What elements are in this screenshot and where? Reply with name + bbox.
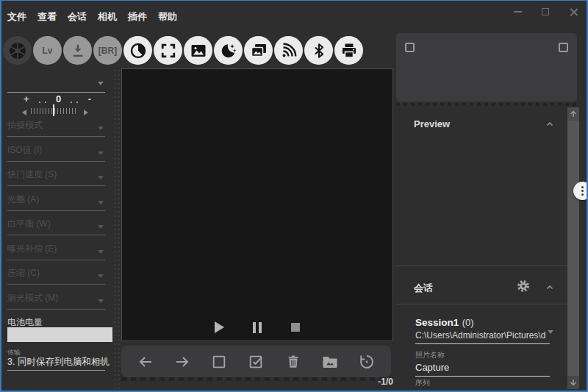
multi-capture-button[interactable] (244, 36, 273, 65)
chevron-down-icon (98, 274, 104, 278)
next-image-button[interactable] (173, 352, 192, 371)
collapse-session-icon[interactable] (545, 283, 554, 292)
session-settings-gear-icon[interactable] (516, 279, 531, 293)
focus-frame-icon (160, 43, 176, 59)
checkbox-icon[interactable] (559, 43, 568, 52)
stop-button[interactable] (290, 321, 301, 333)
scroll-up-button[interactable] (567, 107, 579, 121)
field-white-balance: 白平衡 (W) (7, 218, 105, 235)
titlebar: 文件 查看 会话 相机 插件 帮助 (1, 1, 587, 30)
session-section-title: 会话 (414, 282, 433, 295)
focus-stacking-button[interactable] (154, 36, 182, 65)
ruler-right-arrow-icon (84, 110, 88, 115)
chevron-down-icon (548, 330, 553, 334)
checkbox-icon[interactable] (405, 43, 415, 52)
menu-item-camera[interactable]: 相机 (98, 10, 117, 24)
image-toolbar (121, 346, 391, 377)
transfer-dropdown[interactable]: 3. 同时保存到电脑和相机 (7, 356, 110, 368)
left-splitter[interactable] (113, 68, 121, 391)
menu-item-file[interactable]: 文件 (7, 10, 26, 24)
photo-icon (190, 42, 207, 60)
browse-folder-icon (321, 353, 339, 371)
chevron-down-icon (98, 82, 104, 85)
stop-icon (291, 323, 300, 332)
photo-name-label: 照片名称 (415, 350, 555, 360)
bluetooth-icon (311, 43, 327, 59)
exposure-minus-label: - (88, 93, 91, 104)
bracketing-label: [BR] (98, 46, 117, 56)
print-icon (340, 42, 358, 60)
pause-button[interactable] (251, 321, 263, 333)
photo-capture-button[interactable] (184, 36, 212, 65)
field-exposure-comp: 曝光补偿 (E) (7, 243, 105, 260)
close-icon (570, 8, 578, 16)
collapse-preview-icon[interactable] (545, 120, 554, 129)
menu-item-help[interactable]: 帮助 (158, 10, 177, 24)
download-icon (70, 43, 86, 59)
menu-item-plugins[interactable]: 插件 (128, 10, 147, 24)
menu-item-session[interactable]: 会话 (68, 10, 87, 24)
minimize-button[interactable] (513, 7, 522, 16)
menubar: 文件 查看 会话 相机 插件 帮助 (7, 10, 177, 24)
astro-button[interactable] (214, 36, 243, 65)
app-window: 文件 查看 会话 相机 插件 帮助 Lv (0, 0, 588, 392)
right-panel-splitter (396, 103, 577, 106)
camera-select-dropdown[interactable] (1, 76, 113, 92)
exposure-ruler (31, 108, 78, 114)
exposure-compensation-slider[interactable]: + 0 - (1, 92, 113, 118)
close-button[interactable] (569, 7, 578, 16)
timelapse-button[interactable] (123, 36, 152, 65)
aperture-icon (8, 41, 27, 60)
scroll-down-button[interactable] (567, 376, 579, 389)
reset-icon (358, 353, 376, 371)
session-selector[interactable]: Session1 (0) C:\Users\Administrator\Pict… (415, 316, 555, 344)
chevron-down-icon (98, 152, 104, 155)
photo-name-input[interactable]: Capture (415, 362, 555, 373)
select-none-button[interactable] (209, 352, 229, 371)
chevron-down-icon (98, 126, 104, 130)
field-shooting-mode: 拍摄模式 (7, 119, 105, 137)
previous-icon (137, 353, 154, 371)
maximize-button[interactable] (541, 7, 550, 16)
reset-counter-button[interactable] (357, 352, 376, 371)
bluetooth-button[interactable] (304, 36, 333, 65)
next-icon (173, 353, 191, 371)
battery-level-bar (7, 327, 112, 342)
field-shutter-speed: 快门速度 (S) (7, 168, 105, 186)
image-counter: -1/0 (320, 377, 393, 387)
capture-button[interactable] (3, 36, 32, 65)
chevron-down-icon (98, 299, 104, 303)
exposure-indicator[interactable] (53, 104, 54, 116)
multi-photo-icon (250, 42, 268, 60)
scroll-down-icon (569, 378, 578, 387)
browse-folder-button[interactable] (320, 352, 340, 371)
astro-icon (220, 42, 237, 60)
menu-item-view[interactable]: 查看 (37, 10, 57, 24)
main-toolbar: Lv [BR] (3, 36, 363, 65)
session-count: (0) (462, 317, 474, 328)
field-iso: ISO值 (I) (7, 144, 105, 162)
bracketing-button: [BR] (93, 36, 122, 65)
sequence-field: 序列 (415, 378, 555, 388)
chevron-down-icon (98, 250, 104, 254)
previous-image-button[interactable] (136, 352, 155, 371)
wifi-button[interactable] (274, 36, 303, 65)
play-button[interactable] (213, 321, 225, 333)
sequence-label: 序列 (415, 378, 555, 388)
session-name: Session1 (415, 317, 459, 328)
delete-button[interactable] (284, 352, 303, 371)
field-metering-mode: 测光模式 (M) (7, 292, 105, 310)
chevron-down-icon (98, 225, 104, 229)
delete-icon (285, 354, 301, 370)
chevron-down-icon (98, 201, 104, 204)
session-path: C:\Users\Administrator\Pictures\d (415, 330, 555, 341)
photo-name-field[interactable]: 照片名称 Capture (415, 350, 555, 377)
panel-expand-handle[interactable] (573, 182, 588, 200)
exposure-zero-label: 0 (56, 93, 61, 104)
print-button[interactable] (334, 36, 363, 65)
right-panel-scrollbar[interactable] (567, 107, 579, 389)
right-panel: Preview 会话 Session1 (0) C:\Users\Adminis… (396, 30, 579, 391)
select-all-button[interactable] (246, 352, 265, 371)
ruler-left-arrow-icon (22, 110, 26, 115)
liveview-button: Lv (33, 36, 62, 65)
